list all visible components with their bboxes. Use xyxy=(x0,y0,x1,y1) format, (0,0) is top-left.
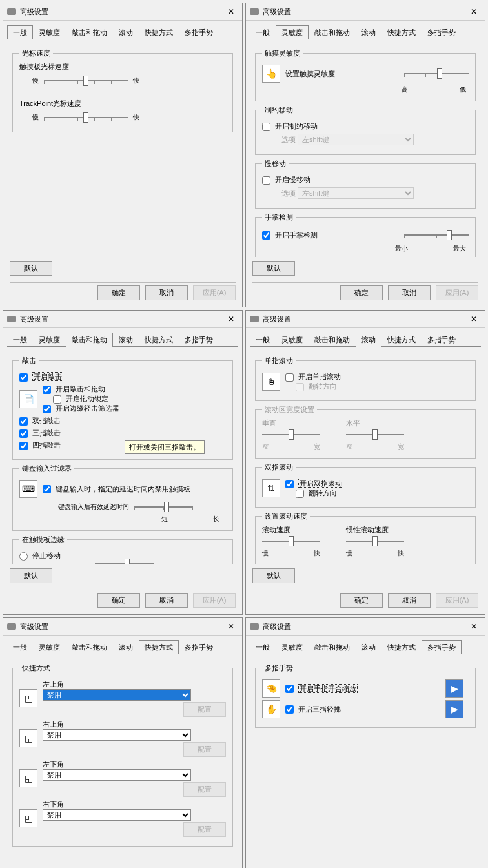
chk-edgeclick[interactable]: 开启边缘轻击筛选器 xyxy=(43,404,119,412)
corner-tr-select[interactable]: 禁用 xyxy=(43,729,191,741)
scroll-speed-slider[interactable] xyxy=(262,535,320,548)
apply-button[interactable]: 应用(A) xyxy=(193,285,236,300)
pinch-demo-icon[interactable]: ▶ xyxy=(445,679,463,698)
tab-general[interactable]: 一般 xyxy=(7,333,33,347)
chk-constrain[interactable]: 开启制约移动 xyxy=(262,121,318,131)
tab-gestures[interactable]: 多指手势 xyxy=(179,25,219,39)
tab-general[interactable]: 一般 xyxy=(250,25,276,39)
apply-button[interactable]: 应用(A) xyxy=(436,593,478,608)
tab-shortcuts[interactable]: 快捷方式 xyxy=(139,25,179,39)
tab-sensitivity[interactable]: 灵敏度 xyxy=(276,25,309,39)
tab-general[interactable]: 一般 xyxy=(7,640,33,654)
close-button[interactable]: ✕ xyxy=(467,621,481,632)
ok-button[interactable]: 确定 xyxy=(340,593,383,608)
chk-enable-tap[interactable]: 开启敲击 xyxy=(19,372,63,382)
chk-four-tap[interactable]: 四指敲击 xyxy=(19,440,61,450)
chk-palm[interactable]: 开启手掌检测 xyxy=(262,231,318,240)
ok-button[interactable]: 确定 xyxy=(340,285,383,300)
tab-general[interactable]: 一般 xyxy=(250,333,276,347)
tab-sensitivity[interactable]: 灵敏度 xyxy=(276,333,309,347)
close-button[interactable]: ✕ xyxy=(467,313,481,325)
default-button[interactable]: 默认 xyxy=(10,261,52,276)
tab-tap-drag[interactable]: 敲击和拖动 xyxy=(309,640,356,654)
edge-speed-slider[interactable] xyxy=(95,557,153,564)
tab-general[interactable]: 一般 xyxy=(250,640,276,654)
tab-general[interactable]: 一般 xyxy=(7,25,33,39)
corner-bl-select[interactable]: 禁用 xyxy=(43,769,191,781)
corner-br-select[interactable]: 禁用 xyxy=(43,809,191,821)
tab-shortcuts[interactable]: 快捷方式 xyxy=(139,333,179,347)
tab-scroll[interactable]: 滚动 xyxy=(113,333,139,347)
tab-sensitivity[interactable]: 灵敏度 xyxy=(33,640,66,654)
corner-tl-config[interactable]: 配置 xyxy=(183,702,226,717)
tab-gestures[interactable]: 多指手势 xyxy=(422,25,462,39)
tab-gestures[interactable]: 多指手势 xyxy=(422,333,462,347)
chk-tapdrag[interactable]: 开启敲击和拖动 xyxy=(43,385,105,393)
tab-shortcuts[interactable]: 快捷方式 xyxy=(139,640,179,654)
tab-shortcuts[interactable]: 快捷方式 xyxy=(381,333,422,347)
close-button[interactable]: ✕ xyxy=(224,6,238,17)
touchpad-speed-slider[interactable] xyxy=(44,74,128,87)
chk-kbfilter[interactable]: 键盘输入时，指定的延迟时间内禁用触摸板 xyxy=(43,484,190,494)
swipe-demo-icon[interactable]: ▶ xyxy=(445,700,463,718)
chk-single-scroll[interactable]: 开启单指滚动 xyxy=(285,373,341,380)
tab-sensitivity[interactable]: 灵敏度 xyxy=(33,25,66,39)
corner-tr-config[interactable]: 配置 xyxy=(183,742,226,757)
close-button[interactable]: ✕ xyxy=(224,313,238,325)
close-button[interactable]: ✕ xyxy=(224,621,238,632)
horiz-width-slider[interactable] xyxy=(346,428,404,441)
radio-stop[interactable]: 停止移动 xyxy=(19,551,61,561)
trackpoint-speed-slider[interactable] xyxy=(44,111,128,124)
corner-bl-config[interactable]: 配置 xyxy=(183,782,226,797)
tab-tap-drag[interactable]: 敲击和拖动 xyxy=(309,333,356,347)
chk-three-tap[interactable]: 三指敲击 xyxy=(19,428,61,438)
kbdelay-slider[interactable] xyxy=(134,501,192,513)
tab-scroll[interactable]: 滚动 xyxy=(356,25,381,39)
apply-button[interactable]: 应用(A) xyxy=(193,593,236,608)
close-button[interactable]: ✕ xyxy=(467,6,481,17)
chk-two-scroll[interactable]: 开启双指滚动 xyxy=(285,479,343,487)
tab-gestures[interactable]: 多指手势 xyxy=(179,640,219,654)
cancel-button[interactable]: 取消 xyxy=(145,285,188,300)
constrain-select[interactable]: 左shift键 xyxy=(298,134,414,145)
inertia-speed-slider[interactable] xyxy=(346,535,404,548)
default-button[interactable]: 默认 xyxy=(252,568,295,583)
slowmove-select[interactable]: 左shift键 xyxy=(298,187,414,199)
tab-scroll[interactable]: 滚动 xyxy=(356,640,381,654)
palm-slider[interactable] xyxy=(404,229,469,242)
tab-shortcuts[interactable]: 快捷方式 xyxy=(381,640,422,654)
radio-continue-drag[interactable]: 持续拖动 xyxy=(19,563,61,564)
corner-bl-icon: ◱ xyxy=(19,769,37,787)
tab-tap-drag[interactable]: 敲击和拖动 xyxy=(66,333,113,347)
chk-pinch[interactable]: 开启手指开合缩放 xyxy=(285,684,358,694)
cancel-button[interactable]: 取消 xyxy=(388,285,431,300)
tab-tap-drag[interactable]: 敲击和拖动 xyxy=(66,25,113,39)
tab-tap-drag[interactable]: 敲击和拖动 xyxy=(66,640,113,654)
default-button[interactable]: 默认 xyxy=(252,261,295,276)
tab-scroll[interactable]: 滚动 xyxy=(113,640,139,654)
tab-tap-drag[interactable]: 敲击和拖动 xyxy=(309,25,356,39)
chk-single-flip[interactable]: 翻转方向 xyxy=(296,382,337,390)
vert-width-slider[interactable] xyxy=(262,428,320,441)
chk-two-flip[interactable]: 翻转方向 xyxy=(296,489,337,497)
chk-draglock[interactable]: 开启拖动锁定 xyxy=(53,395,108,402)
sensitivity-slider[interactable] xyxy=(404,67,469,80)
tab-sensitivity[interactable]: 灵敏度 xyxy=(276,640,309,654)
tab-sensitivity[interactable]: 灵敏度 xyxy=(33,333,66,347)
cancel-button[interactable]: 取消 xyxy=(145,593,188,608)
default-button[interactable]: 默认 xyxy=(10,568,52,583)
corner-tl-select[interactable]: 禁用 xyxy=(43,689,191,701)
chk-swipe[interactable]: 开启三指轻拂 xyxy=(285,705,341,714)
tab-scroll[interactable]: 滚动 xyxy=(113,25,139,39)
cancel-button[interactable]: 取消 xyxy=(388,593,431,608)
chk-slowmove[interactable]: 开启慢移动 xyxy=(262,175,310,185)
chk-two-tap[interactable]: 双指敲击 xyxy=(19,416,61,426)
tab-gestures[interactable]: 多指手势 xyxy=(179,333,219,347)
tab-scroll[interactable]: 滚动 xyxy=(356,333,381,347)
ok-button[interactable]: 确定 xyxy=(97,285,140,300)
ok-button[interactable]: 确定 xyxy=(97,593,140,608)
tab-gestures[interactable]: 多指手势 xyxy=(422,640,462,654)
corner-br-config[interactable]: 配置 xyxy=(183,822,226,837)
apply-button[interactable]: 应用(A) xyxy=(436,285,478,300)
tab-shortcuts[interactable]: 快捷方式 xyxy=(381,25,422,39)
